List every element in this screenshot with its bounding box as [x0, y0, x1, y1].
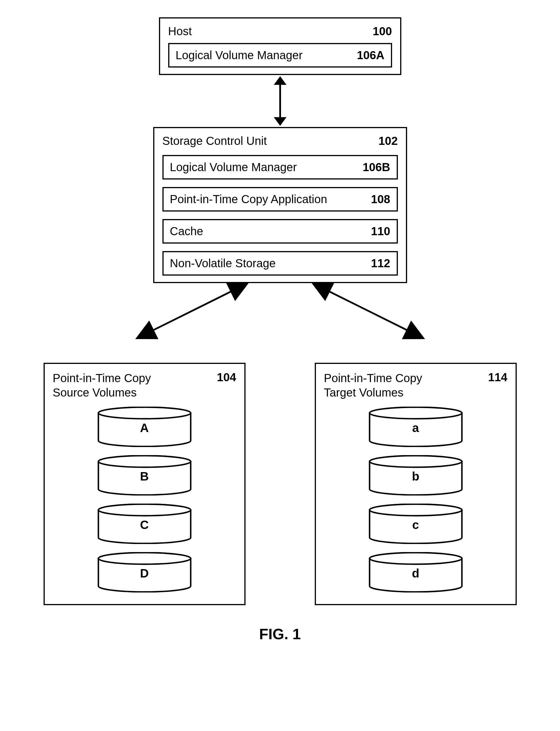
- target-volume-d: d: [368, 552, 463, 592]
- scu-ref: 102: [379, 134, 398, 147]
- scu-pit-ref: 108: [371, 193, 390, 206]
- scu-label: Storage Control Unit: [162, 134, 267, 147]
- source-volumes-box: Point-in-Time Copy Source Volumes 104 A: [44, 363, 246, 605]
- source-volume-c: C: [97, 504, 192, 544]
- scu-pit-box: Point-in-Time Copy Application 108: [162, 187, 398, 212]
- scu-header: Storage Control Unit 102: [162, 134, 398, 147]
- target-volume-c-label: c: [412, 518, 419, 532]
- svg-line-0: [145, 287, 240, 334]
- source-stack: A B C: [53, 407, 236, 592]
- svg-point-13: [370, 456, 462, 467]
- target-volume-a: a: [368, 407, 463, 447]
- svg-point-17: [370, 553, 462, 564]
- scu-cache-label: Cache: [170, 225, 203, 238]
- host-lvm-box: Logical Volume Manager 106A: [168, 43, 392, 68]
- diagram-canvas: Host 100 Logical Volume Manager 106A Sto…: [12, 17, 548, 643]
- arrows-scu-to-volumes: [78, 282, 482, 340]
- host-label: Host: [168, 25, 192, 38]
- svg-point-3: [98, 407, 191, 419]
- source-volume-b-label: B: [140, 470, 149, 483]
- arrow-host-scu: [278, 78, 282, 124]
- source-volume-d: D: [97, 552, 192, 592]
- scu-cache-box: Cache 110: [162, 219, 398, 244]
- target-volume-c: c: [368, 504, 463, 544]
- host-lvm-label: Logical Volume Manager: [176, 49, 303, 62]
- target-stack: a b c: [324, 407, 507, 592]
- scu-cache-ref: 110: [371, 225, 390, 238]
- svg-line-1: [321, 287, 416, 334]
- target-ref: 114: [488, 371, 507, 384]
- svg-point-15: [370, 504, 462, 516]
- target-title: Point-in-Time Copy Target Volumes: [324, 371, 452, 400]
- host-box: Host 100 Logical Volume Manager 106A: [159, 17, 401, 75]
- svg-point-9: [98, 553, 191, 564]
- host-header: Host 100: [168, 25, 392, 38]
- svg-point-7: [98, 504, 191, 516]
- scu-pit-label: Point-in-Time Copy Application: [170, 193, 327, 206]
- source-ref: 104: [217, 371, 236, 384]
- source-volume-d-label: D: [140, 567, 149, 580]
- source-volume-b: B: [97, 455, 192, 496]
- target-volume-d-label: d: [412, 567, 419, 580]
- svg-point-11: [370, 407, 462, 419]
- scu-nvs-ref: 112: [371, 257, 390, 270]
- scu-nvs-box: Non-Volatile Storage 112: [162, 251, 398, 276]
- figure-label: FIG. 1: [259, 625, 301, 643]
- target-volume-b-label: b: [412, 470, 419, 483]
- target-volume-b: b: [368, 455, 463, 496]
- svg-point-5: [98, 456, 191, 467]
- scu-box: Storage Control Unit 102 Logical Volume …: [153, 127, 407, 283]
- source-volume-a: A: [97, 407, 192, 447]
- scu-nvs-label: Non-Volatile Storage: [170, 257, 276, 270]
- source-volume-c-label: C: [140, 518, 149, 532]
- target-header: Point-in-Time Copy Target Volumes 114: [324, 371, 507, 400]
- source-volume-a-label: A: [140, 421, 149, 435]
- scu-lvm-box: Logical Volume Manager 106B: [162, 155, 398, 180]
- source-title: Point-in-Time Copy Source Volumes: [53, 371, 181, 400]
- volume-groups-row: Point-in-Time Copy Source Volumes 104 A: [12, 363, 548, 605]
- target-volumes-box: Point-in-Time Copy Target Volumes 114 a: [315, 363, 517, 605]
- scu-lvm-label: Logical Volume Manager: [170, 161, 297, 174]
- scu-lvm-ref: 106B: [363, 161, 390, 174]
- source-header: Point-in-Time Copy Source Volumes 104: [53, 371, 236, 400]
- target-volume-a-label: a: [412, 421, 419, 435]
- host-ref: 100: [373, 25, 392, 38]
- host-lvm-ref: 106A: [357, 49, 385, 62]
